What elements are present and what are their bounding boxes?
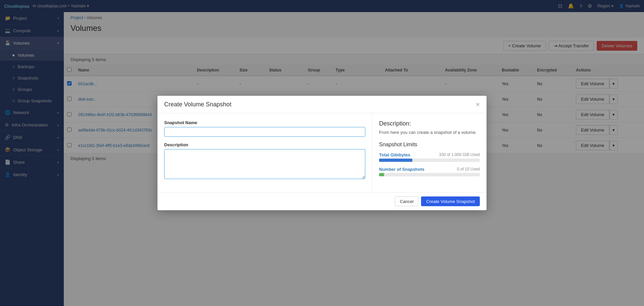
description-group: Description: [164, 142, 365, 180]
total-gib-progress-bg: [379, 159, 480, 162]
description-input[interactable]: [164, 149, 365, 179]
create-volume-snapshot-modal: Create Volume Snapshot × Snapshot Name D…: [157, 96, 487, 210]
modal-title: Create Volume Snapshot: [164, 101, 231, 108]
num-snapshots-limit: Number of Snapshots 0 of 10 Used: [379, 167, 480, 176]
cancel-button[interactable]: Cancel: [395, 197, 418, 206]
total-gib-progress-fill: [379, 159, 412, 162]
modal-info-section: Description: From here you can create a …: [372, 113, 487, 192]
num-snapshots-progress-fill: [379, 173, 384, 176]
modal-desc-text: From here you can create a snapshot of a…: [379, 130, 480, 135]
modal-body: Snapshot Name Description Description: F…: [157, 113, 487, 192]
snapshot-name-label: Snapshot Name: [164, 120, 365, 125]
total-gib-label: Total Gibibytes: [379, 152, 410, 157]
total-gib-used: 330 of 1,000 GiB Used: [439, 152, 480, 157]
create-snapshot-button[interactable]: Create Volume Snapshot: [421, 197, 480, 206]
total-gib-limit: Total Gibibytes 330 of 1,000 GiB Used: [379, 152, 480, 162]
modal-desc-heading: Description:: [379, 120, 480, 127]
snapshot-name-input[interactable]: [164, 127, 365, 137]
limits-heading: Snapshot Limits: [379, 142, 480, 148]
num-snapshots-label: Number of Snapshots: [379, 167, 424, 172]
num-snapshots-used: 0 of 10 Used: [457, 167, 480, 172]
modal-footer: Cancel Create Volume Snapshot: [157, 192, 487, 210]
modal-form-section: Snapshot Name Description: [157, 113, 372, 192]
modal-close-button[interactable]: ×: [476, 101, 480, 108]
modal-header: Create Volume Snapshot ×: [157, 96, 487, 113]
snapshot-name-group: Snapshot Name: [164, 120, 365, 137]
description-label: Description: [164, 142, 365, 147]
num-snapshots-progress-bg: [379, 173, 480, 176]
